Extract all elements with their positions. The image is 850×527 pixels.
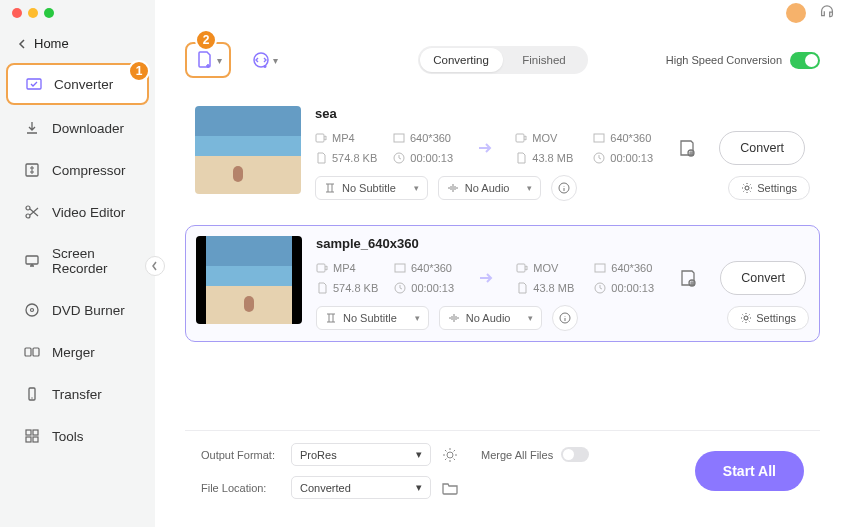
tabs: Converting Finished bbox=[418, 46, 588, 74]
svg-rect-11 bbox=[26, 430, 31, 435]
sidebar-item-merger[interactable]: Merger bbox=[6, 333, 149, 371]
svg-rect-19 bbox=[594, 134, 604, 142]
audio-value: No Audio bbox=[466, 312, 511, 324]
tab-finished[interactable]: Finished bbox=[503, 48, 586, 72]
source-format: MP4 bbox=[333, 262, 356, 274]
folder-open-icon[interactable] bbox=[441, 479, 459, 497]
support-icon[interactable] bbox=[818, 4, 836, 22]
sidebar-item-transfer[interactable]: Transfer bbox=[6, 375, 149, 413]
subtitle-dropdown[interactable]: No Subtitle▾ bbox=[316, 306, 429, 330]
chevron-down-icon: ▾ bbox=[527, 183, 532, 193]
maximize-window-button[interactable] bbox=[44, 8, 54, 18]
target-resolution: 640*360 bbox=[611, 262, 652, 274]
add-folder-button[interactable]: ▾ bbox=[241, 42, 287, 78]
sidebar-item-dvd-burner[interactable]: DVD Burner bbox=[6, 291, 149, 329]
content-panel: 2 ▾ ▾ Converting Finished High Speed Con… bbox=[169, 30, 836, 519]
sidebar-item-label: Compressor bbox=[52, 163, 126, 178]
info-button[interactable] bbox=[552, 305, 578, 331]
arrow-icon bbox=[471, 138, 499, 158]
resolution-icon bbox=[593, 132, 605, 144]
output-format-dropdown[interactable]: ProRes▾ bbox=[291, 443, 431, 466]
svg-rect-28 bbox=[595, 264, 605, 272]
convert-button[interactable]: Convert bbox=[719, 131, 805, 165]
sidebar-item-label: Downloader bbox=[52, 121, 124, 136]
settings-button[interactable]: Settings bbox=[727, 306, 809, 330]
chevron-down-icon: ▾ bbox=[414, 183, 419, 193]
subtitle-dropdown[interactable]: No Subtitle▾ bbox=[315, 176, 428, 200]
video-icon bbox=[316, 262, 328, 274]
sidebar-item-screen-recorder[interactable]: Screen Recorder bbox=[6, 235, 149, 287]
close-window-button[interactable] bbox=[12, 8, 22, 18]
settings-label: Settings bbox=[757, 182, 797, 194]
sidebar-item-downloader[interactable]: Downloader bbox=[6, 109, 149, 147]
audio-value: No Audio bbox=[465, 182, 510, 194]
svg-rect-13 bbox=[26, 437, 31, 442]
merge-label: Merge All Files bbox=[481, 449, 553, 461]
convert-button[interactable]: Convert bbox=[720, 261, 806, 295]
main-area: 2 ▾ ▾ Converting Finished High Speed Con… bbox=[155, 0, 850, 527]
merge-row: Merge All Files bbox=[481, 447, 589, 462]
card-title: sample_640x360 bbox=[316, 236, 809, 251]
info-button[interactable] bbox=[551, 175, 577, 201]
chevron-down-icon: ▾ bbox=[415, 313, 420, 323]
annotation-marker-2: 2 bbox=[195, 29, 217, 51]
home-link[interactable]: Home bbox=[0, 32, 155, 61]
minimize-window-button[interactable] bbox=[28, 8, 38, 18]
resolution-icon bbox=[393, 132, 405, 144]
scissors-icon bbox=[24, 204, 40, 220]
output-format-value: ProRes bbox=[300, 449, 337, 461]
source-size: 574.8 KB bbox=[333, 282, 378, 294]
svg-rect-24 bbox=[317, 264, 325, 272]
grid-icon bbox=[24, 428, 40, 444]
file-icon bbox=[316, 282, 328, 294]
svg-rect-15 bbox=[316, 134, 324, 142]
svg-rect-25 bbox=[395, 264, 405, 272]
source-duration: 00:00:13 bbox=[410, 152, 453, 164]
chevron-down-icon: ▾ bbox=[528, 313, 533, 323]
audio-dropdown[interactable]: No Audio▾ bbox=[439, 306, 543, 330]
video-thumbnail[interactable] bbox=[196, 236, 302, 324]
source-resolution: 640*360 bbox=[411, 262, 452, 274]
sidebar-item-video-editor[interactable]: Video Editor bbox=[6, 193, 149, 231]
bottom-bar: Output Format: ProRes▾ Merge All Files F… bbox=[185, 430, 820, 511]
tab-converting[interactable]: Converting bbox=[420, 48, 503, 72]
output-settings-button[interactable] bbox=[672, 268, 704, 288]
video-thumbnail[interactable] bbox=[195, 106, 301, 194]
output-settings-button[interactable] bbox=[671, 138, 703, 158]
sidebar-item-label: DVD Burner bbox=[52, 303, 125, 318]
chevron-down-icon: ▾ bbox=[273, 55, 278, 66]
clock-icon bbox=[394, 282, 406, 294]
target-duration: 00:00:13 bbox=[610, 152, 653, 164]
source-size: 574.8 KB bbox=[332, 152, 377, 164]
info-icon bbox=[558, 182, 570, 194]
sidebar-item-label: Video Editor bbox=[52, 205, 125, 220]
conversion-card: sample_640x360 MP4 640*360 574.8 KB 00:0… bbox=[185, 225, 820, 342]
audio-dropdown[interactable]: No Audio▾ bbox=[438, 176, 542, 200]
high-speed-toggle[interactable] bbox=[790, 52, 820, 69]
gear-icon bbox=[740, 312, 752, 324]
merge-toggle[interactable] bbox=[561, 447, 589, 462]
avatar[interactable] bbox=[786, 3, 806, 23]
card-title: sea bbox=[315, 106, 810, 121]
svg-rect-12 bbox=[33, 430, 38, 435]
sidebar-item-tools[interactable]: Tools bbox=[6, 417, 149, 455]
settings-gear-icon[interactable] bbox=[441, 446, 459, 464]
audio-icon bbox=[448, 312, 460, 324]
topbar bbox=[155, 0, 850, 26]
swap-plus-icon bbox=[251, 50, 271, 70]
monitor-icon bbox=[24, 253, 40, 269]
conversion-list: sea MP4 640*360 574.8 KB 00:00:13 bbox=[185, 96, 820, 342]
svg-rect-14 bbox=[33, 437, 38, 442]
chevron-left-icon bbox=[150, 261, 160, 271]
sidebar-item-label: Transfer bbox=[52, 387, 102, 402]
subtitle-value: No Subtitle bbox=[343, 312, 397, 324]
start-all-button[interactable]: Start All bbox=[695, 451, 804, 491]
transfer-icon bbox=[24, 386, 40, 402]
resolution-icon bbox=[394, 262, 406, 274]
sidebar-collapse-handle[interactable] bbox=[145, 256, 165, 276]
high-speed-label: High Speed Conversion bbox=[666, 54, 782, 66]
settings-button[interactable]: Settings bbox=[728, 176, 810, 200]
source-duration: 00:00:13 bbox=[411, 282, 454, 294]
sidebar-item-compressor[interactable]: Compressor bbox=[6, 151, 149, 189]
file-location-dropdown[interactable]: Converted▾ bbox=[291, 476, 431, 499]
